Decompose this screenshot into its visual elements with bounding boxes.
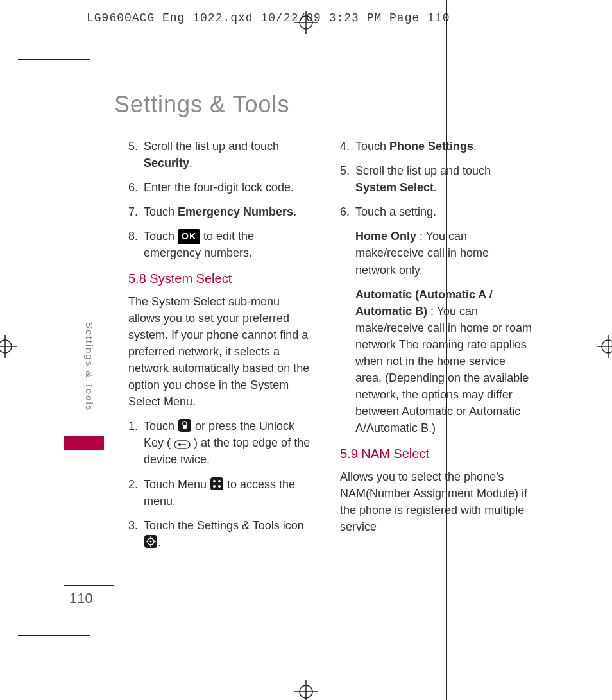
bold-term: Security — [144, 157, 189, 169]
section-heading: 5.9 NAM Select — [340, 445, 532, 463]
svg-point-20 — [213, 485, 216, 488]
settings-gear-icon — [144, 534, 158, 549]
svg-rect-17 — [210, 477, 223, 490]
section-tab-accent — [64, 436, 104, 450]
list-item: 4. Touch Phone Settings. — [340, 138, 532, 155]
paragraph: Allows you to select the phone's NAM(Num… — [340, 468, 532, 535]
list-item: 8. Touch OK to edit the emergency number… — [128, 228, 314, 261]
content-columns: 5. Scroll the list up and touch Security… — [128, 138, 532, 558]
step-text: Touch OK to edit the emergency numbers. — [144, 228, 314, 261]
step-number: 4. — [340, 138, 355, 155]
text: Touch Menu — [144, 478, 210, 491]
text: . — [189, 157, 192, 169]
text: . — [473, 140, 477, 153]
step-text: Touch Emergency Numbers. — [144, 203, 314, 220]
svg-point-18 — [213, 480, 216, 482]
list-item: 6. Touch a setting. — [340, 203, 532, 220]
svg-rect-13 — [183, 425, 187, 429]
svg-point-19 — [218, 480, 221, 482]
text: . — [158, 536, 161, 549]
crop-rule-bottom — [18, 635, 90, 636]
lock-home-icon — [178, 418, 192, 432]
step-number: 3. — [128, 517, 144, 551]
step-text: Touch Phone Settings. — [355, 138, 532, 155]
page-number: 110 — [69, 590, 93, 607]
list-item: 6. Enter the four-digit lock code. — [128, 179, 314, 196]
ok-key-icon: OK — [178, 229, 200, 244]
column-right: 4. Touch Phone Settings. 5. Scroll the l… — [340, 138, 532, 558]
option-description: Home Only : You can make/receive call in… — [355, 228, 532, 278]
print-job-header: LG9600ACG_Eng_1022.qxd 10/22/09 3:23 PM … — [87, 12, 450, 24]
svg-point-15 — [178, 443, 181, 446]
paragraph: The System Select sub-menu allows you to… — [128, 293, 314, 411]
step-number: 5. — [340, 162, 355, 196]
step-text: Scroll the list up and touch System Sele… — [355, 162, 532, 196]
step-text: Scroll the list up and touch Security. — [144, 138, 314, 171]
bold-term: Phone Settings — [389, 140, 473, 153]
option-text: : You can make/receive call in home or r… — [355, 305, 532, 435]
text: Touch — [355, 140, 389, 153]
text: Scroll the list up and touch — [144, 140, 279, 153]
unlock-key-icon — [174, 440, 191, 449]
bold-term: System Select — [355, 181, 434, 194]
section-tab-label: Settings & Tools — [82, 322, 95, 431]
section-heading: 5.8 System Select — [128, 269, 314, 288]
text: Scroll the list up and touch — [355, 164, 491, 177]
list-item: 5. Scroll the list up and touch System S… — [340, 162, 532, 196]
step-number: 6. — [340, 203, 355, 220]
list-item: 3. Touch the Settings & Tools icon . — [128, 517, 314, 551]
list-item: 7. Touch Emergency Numbers. — [128, 203, 314, 220]
step-number: 8. — [128, 228, 144, 261]
registration-mark-icon — [294, 680, 318, 700]
text: Touch the Settings & Tools icon — [144, 519, 304, 532]
step-text: Enter the four-digit lock code. — [144, 179, 314, 196]
registration-mark-icon — [294, 11, 318, 34]
page-title: Settings & Tools — [114, 91, 289, 118]
text: . — [293, 205, 296, 218]
list-item: 2. Touch Menu to access the menu. — [128, 476, 314, 509]
list-item: 1. Touch or press the Unlock Key ( ) at … — [128, 418, 314, 468]
text: Touch — [144, 420, 178, 432]
option-description: Automatic (Automatic A / Automatic B) : … — [355, 286, 532, 437]
crop-rule-top — [18, 59, 90, 60]
list-item: 5. Scroll the list up and touch Security… — [128, 138, 314, 171]
registration-mark-icon — [597, 335, 612, 358]
step-number: 1. — [128, 418, 144, 468]
step-text: Touch or press the Unlock Key ( ) at the… — [144, 418, 314, 468]
step-text: Touch a setting. — [355, 203, 532, 220]
step-number: 5. — [128, 138, 144, 171]
bold-term: Emergency Numbers — [178, 205, 293, 218]
svg-point-21 — [218, 485, 221, 488]
step-number: 7. — [128, 203, 144, 220]
text: . — [434, 181, 437, 194]
registration-mark-icon — [0, 335, 17, 358]
column-left: 5. Scroll the list up and touch Security… — [128, 138, 314, 558]
text: Touch — [144, 230, 178, 243]
text: Touch — [144, 205, 178, 218]
footer-rule — [64, 585, 114, 586]
step-number: 6. — [128, 179, 144, 196]
step-text: Touch the Settings & Tools icon . — [144, 517, 314, 551]
step-text: Touch Menu to access the menu. — [144, 476, 314, 509]
option-name: Home Only — [355, 230, 416, 243]
svg-point-24 — [150, 540, 152, 542]
step-number: 2. — [128, 476, 144, 509]
menu-grid-icon — [210, 477, 224, 491]
